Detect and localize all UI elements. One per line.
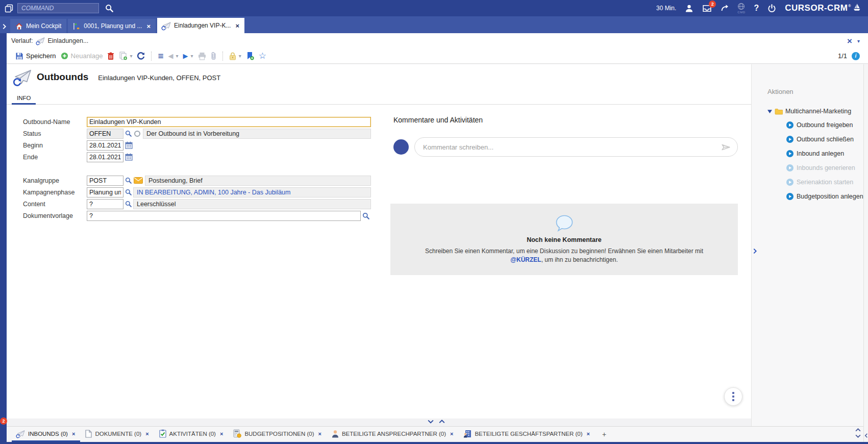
related-records-tab-bar: INBOUNDS (0) × DOKUMENTE (0) × AKTIVITÄT… <box>7 426 868 442</box>
help-icon[interactable]: ? <box>754 4 759 13</box>
new-record-button[interactable]: Neuanlage <box>61 52 103 60</box>
avatar <box>393 139 409 155</box>
field-dokumentvorlage: Dokumentvorlage <box>23 210 371 221</box>
more-options-button[interactable] <box>724 387 742 406</box>
action-inbound-anlegen[interactable]: Inbound anlegen <box>786 150 868 157</box>
begin-date-input[interactable] <box>87 140 123 151</box>
close-bottom-tab-icon[interactable]: × <box>450 431 453 437</box>
bottom-tab-inbounds[interactable]: INBOUNDS (0) × <box>12 427 80 442</box>
right-scrollbar-track[interactable] <box>863 64 868 442</box>
campaign-phase-link[interactable]: IN BEARBEITUNG, ADMIN, 100 Jahre - Das J… <box>133 187 371 198</box>
action-budgetposition-anlegen[interactable]: Budgetposition anlegen <box>786 193 868 200</box>
add-bookmark-button[interactable] <box>246 52 254 60</box>
navigate-back-button[interactable]: ◀ ▾ <box>168 52 179 60</box>
globe-caption: CMD <box>737 11 745 14</box>
empty-state-title: Noch keine Kommentare <box>527 236 602 243</box>
redo-icon[interactable] <box>721 4 729 12</box>
close-bottom-tab-icon[interactable]: × <box>587 431 590 437</box>
forward-options-chevron-icon[interactable]: ▾ <box>191 53 193 59</box>
add-related-tab-button[interactable]: + <box>595 427 613 442</box>
play-icon <box>786 164 793 171</box>
status-input[interactable] <box>87 129 123 139</box>
info-icon[interactable]: i <box>852 52 860 60</box>
close-bottom-tab-icon[interactable]: × <box>72 431 75 437</box>
command-input[interactable] <box>17 3 99 13</box>
navigate-forward-button[interactable]: ▶ ▾ <box>183 52 193 60</box>
scroll-down-chevron-icon[interactable] <box>855 434 861 438</box>
attachment-button[interactable] <box>211 52 216 60</box>
channel-group-lookup-icon[interactable] <box>125 177 132 184</box>
action-group-multichannel[interactable]: Multichannel-Marketing <box>767 108 868 115</box>
refresh-button[interactable] <box>137 52 145 60</box>
close-tab-icon[interactable]: × <box>146 23 151 30</box>
window-layers-icon[interactable] <box>5 4 13 13</box>
bottom-tab-dokumente[interactable]: DOKUMENTE (0) × <box>80 427 154 442</box>
expand-tabs-chevron-icon[interactable] <box>3 24 7 30</box>
content-input[interactable] <box>87 199 123 209</box>
speech-bubble-icon <box>555 214 574 232</box>
calendar-icon[interactable] <box>125 141 133 149</box>
tab-einladungen-active[interactable]: Einladungen VIP-K... × <box>157 18 244 33</box>
copy-options-chevron-icon[interactable]: ▾ <box>130 53 132 59</box>
field-kanalgruppe: Kanalgruppe Postsendung, Brief <box>23 175 371 186</box>
channel-group-description: Postsendung, Brief <box>145 176 371 186</box>
close-bottom-tab-icon[interactable]: × <box>318 431 321 437</box>
calendar-icon[interactable] <box>125 153 133 161</box>
globe-icon[interactable]: CMD <box>737 3 745 14</box>
field-label: Status <box>23 130 87 137</box>
close-bottom-tab-icon[interactable]: × <box>220 431 223 437</box>
outbound-name-input[interactable] <box>87 117 371 127</box>
tab-kampagne[interactable]: 0001, Planung und ... × <box>68 19 156 33</box>
send-comment-icon[interactable] <box>721 143 731 151</box>
tab-label: Mein Cockpit <box>26 22 61 30</box>
expand-up-chevron-icon[interactable] <box>439 420 445 424</box>
copy-record-button[interactable]: ▾ <box>119 52 132 60</box>
delete-button[interactable] <box>107 52 114 60</box>
save-button[interactable]: Speichern <box>15 52 56 60</box>
tab-mein-cockpit[interactable]: Mein Cockpit <box>10 19 66 33</box>
collapse-down-chevron-icon[interactable] <box>428 420 434 424</box>
bottom-panel-controls <box>428 420 445 424</box>
close-bottom-tab-icon[interactable]: × <box>145 431 148 437</box>
document-template-input[interactable] <box>87 211 361 221</box>
close-tab-icon[interactable]: × <box>235 22 239 29</box>
outbound-plane-icon <box>37 37 45 45</box>
bottom-tab-aktivitaeten[interactable]: AKTIVITÄTEN (0) × <box>154 427 229 442</box>
sidebar-toggle-chevron-icon[interactable] <box>753 249 757 254</box>
status-lookup-icon[interactable] <box>125 130 132 137</box>
print-button[interactable] <box>198 52 206 60</box>
close-options-chevron-icon[interactable]: ▾ <box>857 38 860 44</box>
document-template-lookup-icon[interactable] <box>362 212 369 219</box>
action-outbound-freigeben[interactable]: Outbound freigeben <box>786 121 868 129</box>
close-record-icon[interactable]: × <box>847 37 852 45</box>
scroll-up-chevron-icon[interactable] <box>855 428 861 432</box>
record-summary: Einladungen VIP-Kunden, OFFEN, POST <box>98 74 220 82</box>
tab-info[interactable]: INFO <box>12 94 36 105</box>
bottom-tab-geschaeftspartner[interactable]: BETEILIGTE GESCHÄFTSPARTNER (0) × <box>458 427 595 442</box>
channel-group-input[interactable] <box>87 176 123 186</box>
content-lookup-icon[interactable] <box>125 201 132 207</box>
logout-power-icon[interactable] <box>767 4 776 13</box>
mention-link[interactable]: @KÜRZEL <box>510 256 541 263</box>
end-date-input[interactable] <box>87 152 123 162</box>
field-beginn: Beginn <box>23 139 371 151</box>
user-icon[interactable] <box>685 4 693 13</box>
action-outbound-schliessen[interactable]: Outbound schließen <box>786 136 868 143</box>
bottom-tab-ansprechpartner[interactable]: BETEILIGTE ANSPRECHPARTNER (0) × <box>327 427 459 442</box>
collapse-triangle-icon[interactable] <box>767 110 772 113</box>
history-entry[interactable]: Einladungen... <box>37 37 88 45</box>
menu-button[interactable]: ≡ <box>158 51 163 61</box>
search-icon[interactable] <box>105 4 113 12</box>
inbox-tray-icon[interactable]: 2 <box>702 4 712 13</box>
lock-options-chevron-icon[interactable]: ▾ <box>239 53 241 59</box>
comments-title: Kommentare und Aktivitäten <box>390 116 738 124</box>
collapse-left-chevron-icon[interactable] <box>864 433 868 438</box>
campaign-phase-lookup-icon[interactable] <box>125 189 132 195</box>
back-options-chevron-icon[interactable]: ▾ <box>176 53 179 59</box>
favorite-star-button[interactable]: ☆ <box>259 52 266 60</box>
campaign-phase-input[interactable] <box>87 187 123 198</box>
outbound-form: Outbound-Name Status Der Outbound ist in… <box>7 116 371 275</box>
bottom-tab-budgetpositionen[interactable]: BUDGETPOSITIONEN (0) × <box>228 427 327 442</box>
comment-input[interactable] <box>415 143 721 151</box>
lock-button[interactable]: ▾ <box>229 52 241 60</box>
